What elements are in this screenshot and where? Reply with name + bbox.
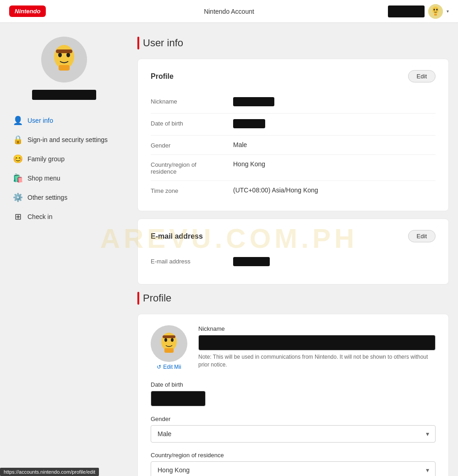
email-edit-button[interactable]: Edit <box>408 230 436 242</box>
dob-label: Date of birth <box>151 119 233 127</box>
dob-form-group: Date of birth <box>151 381 436 406</box>
sidebar-item-sign-in-label: Sign-in and security settings <box>27 136 108 143</box>
profile-edit-title-text: Profile <box>143 292 171 304</box>
dob-value <box>233 119 436 130</box>
nickname-value <box>233 97 436 108</box>
sidebar-item-check-in-label: Check in <box>27 213 52 220</box>
country-field-row: Country/region ofresidence Hong Kong <box>151 155 436 181</box>
profile-card-title: Profile <box>151 72 174 81</box>
sidebar-item-shop-menu-label: Shop menu <box>27 175 60 182</box>
tooltip-bar: https://accounts.nintendo.com/profile/ed… <box>0 468 99 476</box>
nickname-section: Nickname Note: This will be used in comm… <box>198 325 436 370</box>
timezone-label: Time zone <box>151 186 233 194</box>
header-chevron-icon[interactable]: ▾ <box>447 9 449 14</box>
nickname-form-label: Nickname <box>198 325 436 332</box>
avatar-edit <box>151 325 187 362</box>
gender-select[interactable]: Male Female Other <box>151 425 436 443</box>
sidebar-item-other-settings[interactable]: ⚙️ Other settings <box>9 188 119 207</box>
sidebar-item-sign-in[interactable]: 🔒 Sign-in and security settings <box>9 130 119 149</box>
profile-title-bar-decoration <box>137 292 139 305</box>
sidebar-username <box>32 90 96 100</box>
page-title: User info <box>137 37 449 49</box>
gender-value: Male <box>233 141 436 148</box>
profile-edit-button[interactable]: Edit <box>408 70 436 82</box>
sidebar-item-other-settings-label: Other settings <box>27 194 67 201</box>
edit-mii-link[interactable]: ↺ Edit Mii <box>151 364 187 370</box>
title-bar-decoration <box>137 37 139 49</box>
profile-edit-section-title: Profile <box>137 292 449 305</box>
email-field-label: E-mail address <box>151 257 233 265</box>
email-field-row: E-mail address <box>151 252 436 273</box>
avatar <box>41 37 87 82</box>
header-right: ▾ <box>388 4 449 19</box>
country-select-wrapper: Hong Kong <box>151 461 436 476</box>
edit-mii-icon: ↺ <box>157 364 161 370</box>
country-form-label: Country/region of residence <box>151 452 436 459</box>
nickname-field-row: Nickname <box>151 92 436 114</box>
checkin-icon: ⊞ <box>13 212 23 222</box>
profile-edit-top: ↺ Edit Mii Nickname Note: This will be u… <box>151 325 436 370</box>
sidebar-item-check-in[interactable]: ⊞ Check in <box>9 207 119 226</box>
country-value: Hong Kong <box>233 160 436 168</box>
country-select[interactable]: Hong Kong <box>151 461 436 476</box>
timezone-field-row: Time zone (UTC+08:00) Asia/Hong Kong <box>151 181 436 200</box>
svg-point-2 <box>434 9 435 11</box>
nickname-redacted <box>233 97 274 106</box>
page-title-text: User info <box>143 37 183 49</box>
page-layout: 👤 User info 🔒 Sign-in and security setti… <box>0 23 458 476</box>
svg-rect-16 <box>163 335 175 338</box>
sidebar-item-user-info[interactable]: 👤 User info <box>9 111 119 130</box>
profile-edit-card: ↺ Edit Mii Nickname Note: This will be u… <box>137 314 449 476</box>
dob-redacted <box>233 119 265 128</box>
header: Nintendo Nintendo Account ▾ <box>0 0 458 23</box>
nintendo-logo[interactable]: Nintendo <box>9 5 46 17</box>
email-field-value <box>233 257 436 268</box>
svg-point-1 <box>432 6 439 14</box>
gender-label: Gender <box>151 141 233 149</box>
profile-card-header: Profile Edit <box>151 70 436 82</box>
dob-input[interactable] <box>151 391 206 406</box>
email-card-title: E-mail address <box>151 232 203 241</box>
email-redacted <box>233 257 270 266</box>
edit-mii-label: Edit Mii <box>163 364 181 370</box>
header-username <box>388 5 425 17</box>
header-title: Nintendo Account <box>204 8 254 15</box>
header-avatar[interactable] <box>428 4 443 19</box>
svg-point-13 <box>164 338 167 342</box>
sidebar-item-family-group-label: Family group <box>27 155 65 163</box>
svg-point-3 <box>436 9 438 11</box>
email-card-header: E-mail address Edit <box>151 230 436 242</box>
timezone-value: (UTC+08:00) Asia/Hong Kong <box>233 186 436 194</box>
nickname-input[interactable] <box>198 335 436 350</box>
sidebar: 👤 User info 🔒 Sign-in and security setti… <box>0 23 128 476</box>
sidebar-item-user-info-label: User info <box>27 117 53 124</box>
svg-rect-9 <box>59 65 70 71</box>
svg-point-14 <box>171 338 174 342</box>
gender-form-label: Gender <box>151 416 436 422</box>
nickname-label: Nickname <box>151 97 233 105</box>
email-card: E-mail address Edit E-mail address <box>137 219 449 285</box>
dob-form-label: Date of birth <box>151 381 436 388</box>
gender-form-group: Gender Male Female Other <box>151 416 436 443</box>
svg-point-7 <box>58 53 62 57</box>
gear-icon: ⚙️ <box>13 192 23 202</box>
svg-rect-15 <box>164 348 174 353</box>
nickname-note: Note: This will be used in communication… <box>198 353 436 369</box>
svg-rect-4 <box>434 14 437 16</box>
gender-select-wrapper: Male Female Other <box>151 425 436 443</box>
lock-icon: 🔒 <box>13 135 23 145</box>
sidebar-item-family-group[interactable]: 😊 Family group <box>9 149 119 169</box>
family-icon: 😊 <box>13 154 23 164</box>
gender-field-row: Gender Male <box>151 136 436 155</box>
avatar-edit-container: ↺ Edit Mii <box>151 325 187 370</box>
svg-point-8 <box>66 53 70 57</box>
profile-card: Profile Edit Nickname Date of birth Gend… <box>137 59 449 211</box>
svg-rect-10 <box>56 49 72 53</box>
country-label: Country/region ofresidence <box>151 160 233 175</box>
sidebar-item-shop-menu[interactable]: 🛍️ Shop menu <box>9 169 119 188</box>
sidebar-nav: 👤 User info 🔒 Sign-in and security setti… <box>9 111 119 226</box>
country-form-group: Country/region of residence Hong Kong <box>151 452 436 476</box>
shop-icon: 🛍️ <box>13 173 23 183</box>
main-content: User info Profile Edit Nickname Date of … <box>128 23 458 476</box>
user-icon: 👤 <box>13 115 23 126</box>
